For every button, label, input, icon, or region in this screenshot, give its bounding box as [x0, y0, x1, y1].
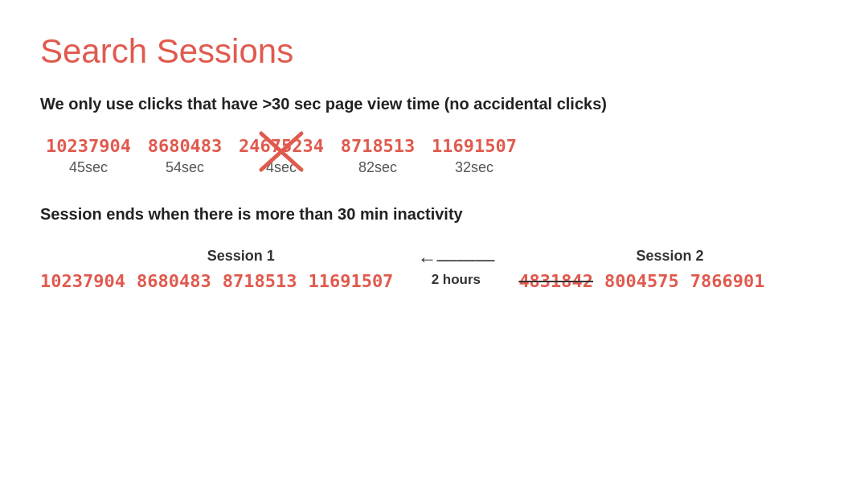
- session1-id-3: 8718513: [223, 271, 297, 291]
- click-time-1: 45sec: [69, 159, 108, 176]
- clicks-row: 10237904 45sec 8680483 54sec 24675234 4s…: [40, 136, 828, 176]
- click-item-2: 8680483 54sec: [137, 136, 233, 176]
- click-time-3: 4sec: [266, 159, 297, 176]
- click-id-5: 11691507: [432, 136, 517, 156]
- session1-id-4: 11691507: [308, 271, 393, 291]
- session1-ids: 10237904 8680483 8718513 11691507: [40, 271, 393, 291]
- click-item-1: 10237904 45sec: [40, 136, 137, 176]
- page-container: Search Sessions We only use clicks that …: [0, 0, 868, 323]
- session2-id-2: 8004575: [604, 271, 679, 291]
- arrow-icon: ←———: [417, 249, 494, 269]
- click-time-4: 82sec: [358, 159, 397, 176]
- click-id-4: 8718513: [341, 136, 416, 156]
- section2: Session ends when there is more than 30 …: [40, 205, 828, 291]
- session1-id-2: 8680483: [137, 271, 211, 291]
- session2-block: Session 2 4831842 8004575 7866901: [518, 248, 764, 291]
- click-id-2: 8680483: [148, 136, 223, 156]
- click-item-3: 24675234 4sec: [233, 136, 330, 176]
- session2-label-container: Session 2: [518, 248, 764, 271]
- click-item-4: 8718513 82sec: [330, 136, 426, 176]
- session1-block: Session 1 10237904 8680483 8718513 11691…: [40, 248, 393, 291]
- section2-description: Session ends when there is more than 30 …: [40, 205, 828, 224]
- click-time-2: 54sec: [166, 159, 204, 176]
- session2-label: Session 2: [575, 248, 764, 265]
- session2-id-1: 4831842: [518, 271, 593, 291]
- gap-separator: ←——— 2 hours: [393, 249, 518, 291]
- session1-label: Session 1: [88, 248, 393, 265]
- session1-label-container: Session 1: [40, 248, 393, 271]
- click-item-5: 11691507 32sec: [426, 136, 522, 176]
- section1-description: We only use clicks that have >30 sec pag…: [40, 95, 828, 113]
- click-id-3: 24675234: [239, 136, 324, 156]
- session2-ids: 4831842 8004575 7866901: [518, 271, 764, 291]
- session2-id-3: 7866901: [690, 271, 765, 291]
- click-time-5: 32sec: [455, 159, 493, 176]
- gap-label: 2 hours: [432, 272, 481, 288]
- session1-id-1: 10237904: [40, 271, 125, 291]
- page-title: Search Sessions: [40, 32, 828, 71]
- click-id-1: 10237904: [46, 136, 131, 156]
- sessions-container: Session 1 10237904 8680483 8718513 11691…: [40, 248, 828, 291]
